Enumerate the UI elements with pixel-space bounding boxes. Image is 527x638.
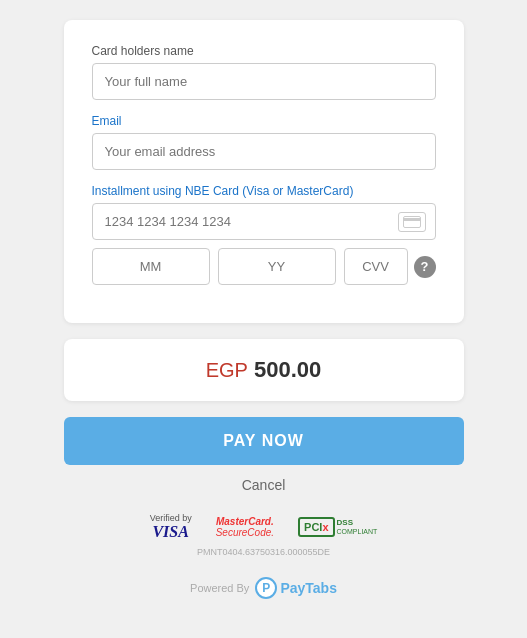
dss-label: DSS COMPLIANT [337, 519, 378, 535]
pay-now-button[interactable]: PAY NOW [64, 417, 464, 465]
mastercard-badge: MasterCard. SecureCode. [216, 516, 274, 538]
card-field-group: Installment using NBE Card (Visa or Mast… [92, 184, 436, 285]
name-field-group: Card holders name [92, 44, 436, 100]
amount-value: 500.00 [254, 357, 321, 382]
cancel-link[interactable]: Cancel [242, 477, 286, 493]
pci-badge: PCIx DSS COMPLIANT [298, 517, 377, 537]
payment-id: PMNT0404.63750316.000055DE [64, 547, 464, 557]
card-number-wrapper [92, 203, 436, 240]
pci-label: PCIx [298, 517, 334, 537]
paytabs-brand: PayTabs [280, 580, 337, 596]
visa-logo: VISA [152, 523, 188, 541]
card-form: Card holders name Email Installment usin… [64, 20, 464, 323]
mastercard-label: MasterCard. [216, 516, 274, 527]
securecode-label: SecureCode. [216, 527, 274, 538]
expiry-cvv-row: ? [92, 248, 436, 285]
paytabs-logo: P PayTabs [255, 577, 337, 599]
cvv-help-icon[interactable]: ? [414, 256, 436, 278]
email-label: Email [92, 114, 436, 128]
name-label: Card holders name [92, 44, 436, 58]
trust-badges: Verified by VISA MasterCard. SecureCode.… [64, 513, 464, 541]
card-number-input[interactable] [92, 203, 436, 240]
month-input[interactable] [92, 248, 210, 285]
year-input[interactable] [218, 248, 336, 285]
amount-box: EGP 500.00 [64, 339, 464, 401]
paytabs-p-icon: P [255, 577, 277, 599]
visa-verified-badge: Verified by VISA [150, 513, 192, 541]
powered-by-label: Powered By [190, 582, 249, 594]
verified-by-label: Verified by [150, 513, 192, 523]
pci-x: x [322, 521, 328, 533]
card-brand-icon [398, 212, 426, 232]
powered-by: Powered By P PayTabs [190, 577, 337, 609]
currency-label: EGP [206, 359, 248, 381]
card-label: Installment using NBE Card (Visa or Mast… [92, 184, 436, 198]
amount-display: EGP 500.00 [92, 357, 436, 383]
pci-text: PCI [304, 521, 322, 533]
cvv-wrapper: ? [344, 248, 436, 285]
email-input[interactable] [92, 133, 436, 170]
cvv-input[interactable] [344, 248, 408, 285]
svg-rect-1 [403, 218, 421, 221]
email-field-group: Email [92, 114, 436, 170]
name-input[interactable] [92, 63, 436, 100]
